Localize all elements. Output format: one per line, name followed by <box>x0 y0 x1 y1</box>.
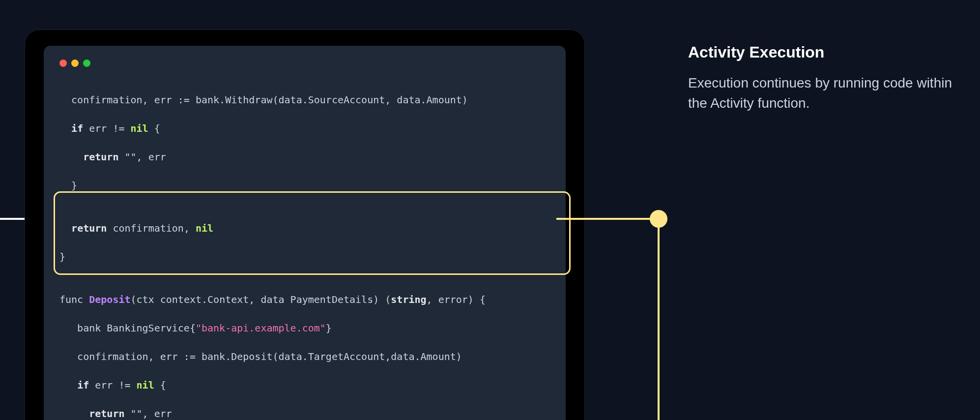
code-line: return confirmation, nil <box>59 221 550 236</box>
code-line: return "", err <box>59 150 550 164</box>
code-line: bank BankingService{"bank-api.example.co… <box>59 321 550 335</box>
code-line: confirmation, err := bank.Deposit(data.T… <box>59 350 550 364</box>
close-icon <box>59 60 67 67</box>
connector-vertical <box>658 219 660 420</box>
code-editor-window: confirmation, err := bank.Withdraw(data.… <box>44 46 566 420</box>
code-line: if err != nil { <box>59 121 550 136</box>
laptop-frame: confirmation, err := bank.Withdraw(data.… <box>25 30 585 420</box>
code-line: } <box>59 250 550 264</box>
code-line: } <box>59 179 550 193</box>
code-line: if err != nil { <box>59 378 550 392</box>
code-line: return "", err <box>59 407 550 420</box>
minimize-icon <box>71 60 79 67</box>
code-block: confirmation, err := bank.Withdraw(data.… <box>59 79 550 420</box>
description-title: Activity Execution <box>688 43 953 61</box>
maximize-icon <box>83 60 90 67</box>
window-controls <box>59 60 550 67</box>
description-panel: Activity Execution Execution continues b… <box>688 43 953 113</box>
code-line: confirmation, err := bank.Withdraw(data.… <box>59 93 550 107</box>
description-body: Execution continues by running code with… <box>688 73 953 113</box>
connector-horizontal <box>556 218 660 220</box>
screen-bezel: confirmation, err := bank.Withdraw(data.… <box>25 30 585 420</box>
code-line: func Deposit(ctx context.Context, data P… <box>59 293 550 307</box>
